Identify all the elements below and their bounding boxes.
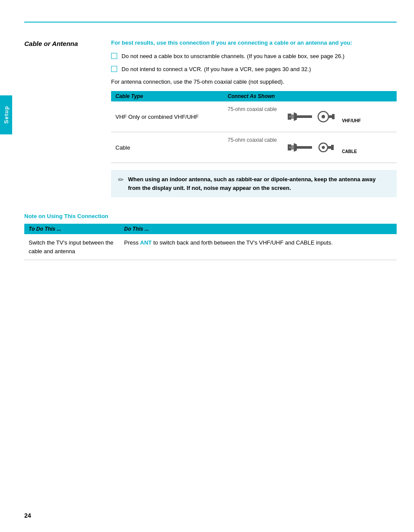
do-this-header: Do This ...	[120, 224, 397, 234]
cable-type-header: Cable Type	[111, 91, 223, 101]
svg-rect-16	[331, 145, 334, 150]
to-do-header: To Do This ...	[24, 224, 120, 234]
top-border	[24, 22, 397, 23]
note-section: Note on Using This Connection To Do This…	[24, 213, 397, 260]
vhf-cable-label: 75-ohm coaxial cable	[228, 106, 277, 113]
section-title: Cable or Antenna	[24, 40, 78, 47]
do-this-cell-1: Press ANT to switch back and forth betwe…	[120, 234, 397, 260]
svg-marker-11	[294, 143, 297, 152]
svg-rect-15	[328, 146, 331, 149]
cable-row-cable: Cable 75-ohm coaxial cable	[111, 132, 397, 163]
checkbox-icon-2	[111, 66, 117, 72]
to-do-cell-1: Switch the TV's input between the cable …	[24, 234, 120, 260]
cable-cable-label: 75-ohm coaxial cable	[228, 137, 277, 144]
note-icon: ✏	[118, 176, 124, 184]
svg-rect-7	[332, 114, 335, 119]
vhf-diagram: VHF/UHF	[286, 106, 361, 127]
cable-type-cell: Cable	[111, 132, 223, 163]
section-body-col: For best results, use this connection if…	[111, 39, 397, 206]
note-box-text: When using an indoor antenna, such as ra…	[128, 175, 390, 192]
cable-row-vhf: VHF Only or combined VHF/UHF 75-ohm coax…	[111, 101, 397, 132]
to-do-text-1: Switch the TV's input between the cable …	[29, 239, 113, 255]
do-table: To Do This ... Do This ... Switch the TV…	[24, 224, 397, 260]
bullet-item-1: Do not need a cable box to unscramble ch…	[111, 52, 397, 61]
bullet-text-2: Do not intend to connect a VCR. (If you …	[122, 65, 311, 74]
bullet-list: Do not need a cable box to unscramble ch…	[111, 52, 397, 73]
page-container: Setup Cable or Antenna For best results,…	[0, 0, 414, 532]
cable-table-header-row: Cable Type Connect As Shown	[111, 91, 397, 101]
svg-point-5	[322, 115, 325, 118]
svg-rect-1	[291, 114, 294, 119]
main-content: Cable or Antenna For best results, use t…	[16, 0, 414, 532]
vhf-connect-cell: 75-ohm coaxial cable	[223, 101, 397, 132]
do-table-row-1: Switch the TV's input between the cable …	[24, 234, 397, 260]
intro-text: For best results, use this connection if…	[111, 39, 397, 47]
page-number: 24	[24, 512, 31, 519]
section-title-col: Cable or Antenna	[24, 39, 111, 47]
vhf-type-label: VHF Only or combined VHF/UHF	[115, 114, 198, 120]
section-header: Cable or Antenna For best results, use t…	[24, 39, 397, 206]
svg-rect-12	[297, 146, 312, 149]
do-this-prefix: Press	[124, 239, 140, 246]
do-table-header-row: To Do This ... Do This ...	[24, 224, 397, 234]
cable-diagram: CABLE	[286, 137, 357, 158]
setup-tab-label: Setup	[3, 106, 10, 124]
cable-connect-cell: 75-ohm coaxial cable	[223, 132, 397, 163]
vhf-port-label: VHF/UHF	[342, 118, 361, 123]
vhf-type-cell: VHF Only or combined VHF/UHF	[111, 101, 223, 132]
svg-rect-6	[329, 115, 332, 118]
svg-point-14	[322, 146, 325, 149]
svg-point-17	[289, 147, 291, 148]
connect-as-shown-header: Connect As Shown	[223, 91, 397, 101]
ant-highlight: ANT	[140, 239, 152, 246]
bullet-text-1: Do not need a cable box to unscramble ch…	[122, 52, 345, 61]
svg-marker-2	[294, 112, 297, 121]
setup-tab: Setup	[0, 95, 12, 134]
svg-rect-3	[297, 115, 312, 118]
cable-port-label: CABLE	[342, 149, 357, 154]
cable-type-label: Cable	[115, 144, 130, 151]
vhf-connector-svg	[286, 106, 346, 127]
checkbox-icon-1	[111, 53, 117, 59]
note-section-title: Note on Using This Connection	[24, 213, 397, 219]
antenna-note: For antenna connection, use the 75-ohm c…	[111, 78, 397, 85]
svg-rect-10	[291, 145, 294, 150]
do-this-suffix: to switch back and forth between the TV'…	[152, 239, 333, 246]
sidebar: Setup	[0, 0, 16, 532]
svg-point-8	[289, 116, 291, 117]
cable-table: Cable Type Connect As Shown VHF Only or …	[111, 91, 397, 163]
cable-connector-svg	[286, 137, 346, 158]
bullet-item-2: Do not intend to connect a VCR. (If you …	[111, 65, 397, 74]
note-box: ✏ When using an indoor antenna, such as …	[111, 170, 397, 197]
